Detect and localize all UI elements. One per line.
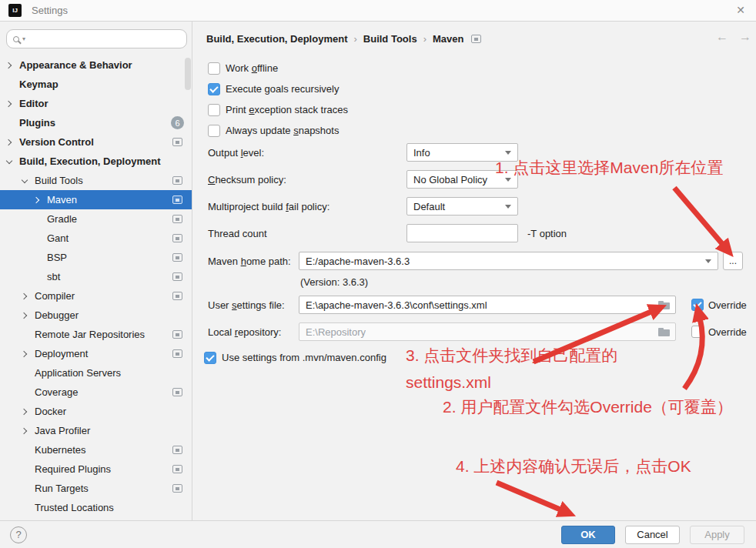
sidebar-item-required-plugins[interactable]: Required Plugins — [0, 459, 192, 479]
sidebar-item-keymap[interactable]: Keymap — [0, 75, 192, 94]
close-icon[interactable]: ✕ — [736, 4, 745, 16]
sidebar-item-label: Build, Execution, Deployment — [19, 155, 160, 167]
breadcrumb-item-build-tools[interactable]: Build Tools — [363, 33, 417, 45]
shared-settings-icon — [172, 330, 182, 339]
intellij-logo-icon: IJ — [8, 4, 22, 17]
forward-arrow-icon[interactable]: → — [739, 30, 751, 44]
chevron-right-icon[interactable] — [32, 195, 42, 205]
maven-home-dropdown[interactable] — [701, 252, 718, 269]
user-settings-override-checkbox[interactable] — [691, 299, 704, 311]
chevron-right-icon[interactable] — [20, 311, 29, 320]
thread-count-label: Thread count — [208, 228, 406, 239]
chevron-spacer — [5, 119, 14, 128]
chevron-down-icon[interactable] — [5, 157, 14, 166]
sidebar-item-build-execution-deployment[interactable]: Build, Execution, Deployment — [0, 152, 192, 171]
chevron-right-icon[interactable] — [20, 426, 29, 436]
sidebar-item-appearance-behavior[interactable]: Appearance & Behavior — [0, 55, 192, 75]
search-box[interactable]: ▾ — [6, 29, 187, 48]
user-settings-row: User settings file: E:\apache-maven-3.6.… — [208, 296, 747, 314]
browse-button[interactable]: ... — [723, 252, 743, 270]
sidebar-item-label: Docker — [35, 406, 66, 417]
local-repository-override-checkbox[interactable] — [691, 326, 704, 338]
checksum-policy-row: Checksum policy: No Global Policy — [208, 170, 518, 189]
chevron-right-icon[interactable] — [5, 99, 14, 109]
sidebar-item-label: Compiler — [35, 290, 75, 302]
shared-settings-icon — [172, 484, 182, 493]
shared-settings-icon — [471, 35, 481, 43]
execute-goals-recursively-checkbox[interactable] — [208, 83, 220, 95]
cancel-button[interactable]: Cancel — [625, 526, 680, 544]
sidebar-item-label: Maven — [47, 194, 77, 206]
dropdown-arrow-icon — [505, 151, 511, 155]
sidebar-item-label: Deployment — [35, 348, 88, 359]
breadcrumb-item-build-execution-deployment[interactable]: Build, Execution, Deployment — [206, 33, 347, 45]
search-history-caret-icon[interactable]: ▾ — [22, 35, 25, 42]
apply-button[interactable]: Apply — [690, 526, 744, 544]
sidebar-item-sbt[interactable]: sbt — [0, 267, 192, 286]
work-offline-checkbox[interactable] — [208, 62, 220, 75]
sidebar-item-maven[interactable]: Maven — [0, 190, 192, 209]
annotation-3-line2: settings.xml — [406, 373, 491, 392]
chevron-right-icon[interactable] — [20, 292, 29, 301]
sidebar-item-plugins[interactable]: Plugins6 — [0, 113, 192, 132]
print-exception-stack-traces-checkbox[interactable] — [208, 104, 220, 116]
maven-home-path-field[interactable]: E:/apache-maven-3.6.3 — [299, 252, 718, 270]
sidebar-item-deployment[interactable]: Deployment — [0, 344, 192, 363]
sidebar-item-label: Editor — [19, 98, 49, 109]
ok-button[interactable]: OK — [561, 526, 615, 544]
thread-count-suffix: -T option — [527, 228, 567, 239]
sidebar-item-gant[interactable]: Gant — [0, 229, 192, 248]
user-settings-file-field[interactable]: E:\apache-maven-3.6.3\conf\settings.xml — [299, 296, 676, 314]
multiproject-build-fail-policy-select[interactable]: Default — [406, 197, 518, 216]
breadcrumb-item-maven[interactable]: Maven — [433, 33, 463, 45]
chevron-spacer — [20, 330, 29, 339]
chevron-spacer — [20, 446, 29, 455]
thread-count-input[interactable] — [406, 224, 518, 242]
chevron-spacer — [20, 465, 29, 474]
use-mvn-config-checkbox[interactable] — [204, 352, 216, 364]
shared-settings-icon — [172, 215, 182, 223]
local-repository-field[interactable]: E:\Repository — [299, 322, 676, 341]
sidebar-item-kubernetes[interactable]: Kubernetes — [0, 440, 192, 459]
chevron-right-icon[interactable] — [5, 138, 14, 147]
chevron-down-icon[interactable] — [20, 176, 29, 185]
breadcrumb: Build, Execution, Deployment › Build Too… — [206, 33, 490, 45]
dropdown-arrow-icon — [505, 205, 511, 209]
sidebar-item-compiler[interactable]: Compiler — [0, 286, 192, 306]
always-update-snapshots-checkbox[interactable] — [208, 125, 220, 137]
sidebar-item-label: Coverage — [35, 386, 78, 398]
annotation-4: 4. 上述内容确认无误后，点击OK — [456, 456, 691, 476]
sidebar-item-java-profiler[interactable]: Java Profiler — [0, 421, 192, 440]
sidebar-item-trusted-locations[interactable]: Trusted Locations — [0, 498, 192, 517]
sidebar-item-label: Debugger — [35, 309, 79, 321]
sidebar-scrollbar-thumb[interactable] — [185, 58, 191, 90]
sidebar-item-run-targets[interactable]: Run Targets — [0, 479, 192, 498]
help-icon[interactable]: ? — [10, 526, 27, 543]
window-title: Settings — [32, 5, 68, 16]
sidebar-item-version-control[interactable]: Version Control — [0, 132, 192, 152]
sidebar-item-remote-jar-repositories[interactable]: Remote Jar Repositories — [0, 325, 192, 344]
sidebar-item-label: Run Targets — [35, 483, 89, 494]
sidebar-item-build-tools[interactable]: Build Tools — [0, 171, 192, 190]
sidebar-item-gradle[interactable]: Gradle — [0, 209, 192, 229]
sidebar-item-docker[interactable]: Docker — [0, 402, 192, 421]
sidebar-item-debugger[interactable]: Debugger — [0, 306, 192, 325]
shared-settings-icon — [172, 446, 182, 454]
search-input[interactable] — [30, 34, 180, 45]
work-offline-label: Work offline — [226, 62, 278, 74]
back-arrow-icon[interactable]: ← — [716, 30, 728, 44]
execute-goals-recursively-label: Execute goals recursively — [226, 83, 339, 95]
folder-icon[interactable] — [658, 328, 670, 336]
sidebar-item-editor[interactable]: Editor — [0, 94, 192, 113]
dropdown-arrow-icon — [505, 178, 511, 182]
chevron-right-icon[interactable] — [5, 61, 14, 70]
sidebar-item-label: sbt — [47, 271, 60, 282]
folder-icon[interactable] — [658, 301, 670, 309]
sidebar-item-coverage[interactable]: Coverage — [0, 383, 192, 402]
sidebar-item-application-servers[interactable]: Application Servers — [0, 363, 192, 383]
chevron-right-icon[interactable] — [20, 407, 29, 416]
chevron-right-icon[interactable] — [20, 349, 29, 359]
sidebar-item-bsp[interactable]: BSP — [0, 248, 192, 267]
chevron-spacer — [20, 369, 29, 378]
shared-settings-icon — [172, 195, 182, 204]
